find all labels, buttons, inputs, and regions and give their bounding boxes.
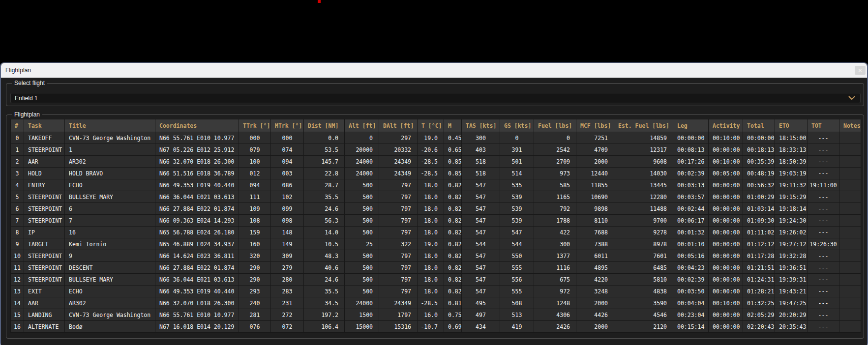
cell: 24000 (345, 168, 379, 179)
table-row[interactable]: 9TARGETKemi TornioN65 46.889 E024 34.937… (11, 238, 861, 250)
cell: 555 (500, 262, 534, 274)
cell (839, 238, 861, 250)
cell (839, 132, 861, 144)
cell: 00:02:39 (673, 168, 709, 179)
close-button[interactable]: ✕ (855, 66, 866, 75)
table-row[interactable]: 0TAKEOFFCVN-73 George WashingtonN66 55.7… (11, 132, 861, 144)
cell: 500 (345, 250, 379, 262)
cell: -28.5 (418, 156, 444, 168)
flightplan-table: #TaskTitleCoordinatesTTrk [°]MTrk [°]Dis… (10, 119, 861, 333)
cell: 300 (534, 238, 576, 250)
cell: 19:39:31 (775, 274, 808, 286)
titlebar[interactable]: Flightplan ✕ (1, 63, 867, 78)
cell: 01:32:25 (743, 297, 775, 309)
cell (839, 144, 861, 156)
cell: 497 (462, 309, 500, 321)
cell: 1165 (534, 191, 576, 203)
cell: N65 56.788 E024 26.180 (155, 227, 239, 238)
cell: 2000 (576, 321, 614, 333)
cell: 0.85 (444, 156, 462, 168)
cell: 2426 (534, 321, 576, 333)
table-row[interactable]: 8IP16N65 56.788 E024 26.18015914814.0500… (11, 227, 861, 238)
cell: 15316 (379, 321, 418, 333)
cell: 518 (462, 168, 500, 179)
column-header: Coordinates (155, 119, 239, 132)
column-header: # (11, 119, 24, 132)
cell: 1788 (534, 215, 576, 227)
cell: 4546 (614, 309, 673, 321)
table-row[interactable]: 12STEERPOINTBULLSEYE MARYN66 36.044 E021… (11, 274, 861, 286)
cell: 20000 (345, 144, 379, 156)
table-row[interactable]: 5STEERPOINTBULLSEYE MARYN66 36.044 E021 … (11, 191, 861, 203)
table-row[interactable]: 4ENTRYECHON66 49.353 E019 40.44009408628… (11, 179, 861, 191)
cell: 48.3 (304, 250, 345, 262)
flight-select[interactable]: Enfield 1 (10, 93, 861, 103)
cell: 547 (462, 227, 500, 238)
table-row[interactable]: 11STEERPOINTDESCENTN66 27.884 E022 01.87… (11, 262, 861, 274)
cell: N66 32.070 E018 26.300 (155, 156, 239, 168)
cell: 18.0 (418, 191, 444, 203)
table-row[interactable]: 14AARAR302N66 32.070 E018 26.30024023134… (11, 297, 861, 309)
cell: 13445 (614, 179, 673, 191)
cell: 500 (345, 215, 379, 227)
cell: --- (808, 156, 839, 168)
cell: TAKEOFF (24, 132, 65, 144)
cell: 547 (462, 250, 500, 262)
cell: N65 46.889 E024 34.937 (155, 238, 239, 250)
cell: STEERPOINT (24, 262, 65, 274)
cell: 279 (271, 262, 304, 274)
cell: 0.75 (444, 309, 462, 321)
column-header: MCF [lbs] (576, 119, 614, 132)
red-dot-marker (318, 0, 321, 3)
cell: 24.6 (304, 274, 345, 286)
cell: 00:03:57 (673, 191, 709, 203)
cell: 309 (271, 250, 304, 262)
cell: 7251 (576, 132, 614, 144)
cell: 098 (271, 215, 304, 227)
table-row[interactable]: 16ALTERNATEBodøN67 16.018 E014 20.129076… (11, 321, 861, 333)
cell: 320 (239, 250, 271, 262)
cell: 00:00:00 (709, 238, 743, 250)
cell: 7 (11, 215, 24, 227)
cell: 0.82 (444, 191, 462, 203)
cell: 2000 (576, 297, 614, 309)
cell: 14030 (614, 168, 673, 179)
cell: 000 (239, 132, 271, 144)
cell: --- (808, 203, 839, 215)
table-row[interactable]: 15LANDINGCVN-73 George WashingtonN66 55.… (11, 309, 861, 321)
cell (839, 321, 861, 333)
cell: 19:32:28 (775, 250, 808, 262)
table-row[interactable]: 10STEERPOINT9N66 14.624 E023 36.81132030… (11, 250, 861, 262)
cell: 539 (500, 191, 534, 203)
table-row[interactable]: 6STEERPOINT6N66 27.884 E022 01.874109099… (11, 203, 861, 215)
column-header: M (444, 119, 462, 132)
cell: 012 (239, 168, 271, 179)
cell: EXIT (24, 286, 65, 297)
cell: 18.0 (418, 250, 444, 262)
cell: 40.6 (304, 262, 345, 274)
cell: 197.2 (304, 309, 345, 321)
cell: N66 32.070 E018 26.300 (155, 297, 239, 309)
table-row[interactable]: 7STEERPOINT7N66 09.363 E024 14.293108098… (11, 215, 861, 227)
column-header: T [°C] (418, 119, 444, 132)
cell: -20.6 (418, 144, 444, 156)
cell: 01:24:31 (743, 274, 775, 286)
cell: 00:00:00 (709, 203, 743, 215)
table-row[interactable]: 13EXITECHON66 49.353 E019 40.44029328335… (11, 286, 861, 297)
cell (839, 168, 861, 179)
table-row[interactable]: 3HOLDHOLD BRAVON66 51.516 E018 36.789012… (11, 168, 861, 179)
table-row[interactable]: 2AARAR302N66 32.070 E018 26.300100094145… (11, 156, 861, 168)
cell: 13 (11, 286, 24, 297)
cell: 6485 (614, 262, 673, 274)
cell: 111 (239, 191, 271, 203)
cell: 322 (379, 238, 418, 250)
cell: 0.82 (444, 227, 462, 238)
cell: 797 (379, 215, 418, 227)
cell (839, 250, 861, 262)
cell: 547 (462, 179, 500, 191)
cell: 0.82 (444, 262, 462, 274)
flightplan-window: Flightplan ✕ Select flight Enfield 1 Fli… (0, 62, 868, 345)
cell: 544 (500, 238, 534, 250)
table-row[interactable]: 1STEERPOINT1N67 05.226 E012 25.912079074… (11, 144, 861, 156)
cell: 3590 (614, 297, 673, 309)
